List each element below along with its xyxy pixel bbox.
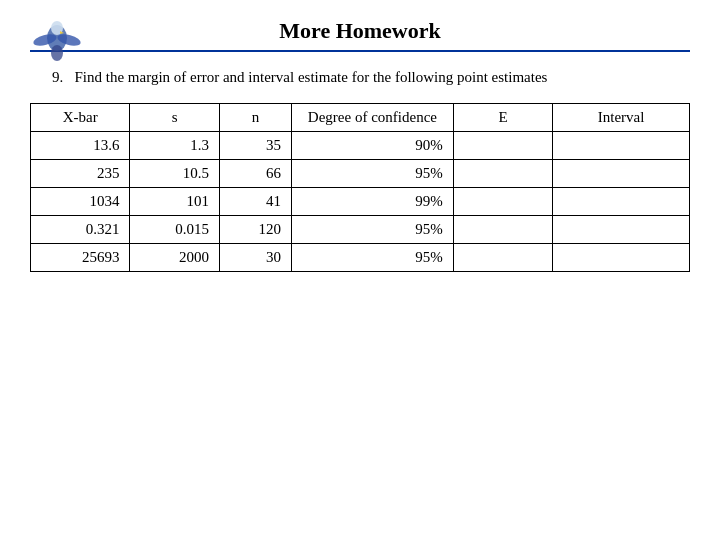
header: More Homework — [30, 18, 690, 44]
table-cell — [453, 131, 552, 159]
col-header-e: E — [453, 103, 552, 131]
col-header-interval: Interval — [553, 103, 690, 131]
data-table: X-bar s n Degree of confidence E Interva… — [30, 103, 690, 272]
table-cell — [553, 187, 690, 215]
table-cell: 35 — [219, 131, 291, 159]
logo-icon — [30, 18, 84, 72]
table-cell: 120 — [219, 215, 291, 243]
col-header-xbar: X-bar — [31, 103, 130, 131]
table-cell — [453, 187, 552, 215]
table-cell: 2000 — [130, 243, 220, 271]
table-cell: 235 — [31, 159, 130, 187]
page: More Homework 9. Find the margin of erro… — [0, 0, 720, 540]
table-cell: 95% — [292, 215, 454, 243]
col-header-s: s — [130, 103, 220, 131]
table-cell — [553, 159, 690, 187]
page-title: More Homework — [279, 18, 441, 44]
table-cell: 30 — [219, 243, 291, 271]
table-row: 10341014199% — [31, 187, 690, 215]
table-cell: 99% — [292, 187, 454, 215]
col-header-n: n — [219, 103, 291, 131]
table-cell: 13.6 — [31, 131, 130, 159]
table-cell: 25693 — [31, 243, 130, 271]
table-cell: 95% — [292, 243, 454, 271]
table-row: 23510.56695% — [31, 159, 690, 187]
table-cell — [553, 131, 690, 159]
table-cell: 1.3 — [130, 131, 220, 159]
table-cell — [453, 159, 552, 187]
table-cell: 41 — [219, 187, 291, 215]
table-row: 0.3210.01512095% — [31, 215, 690, 243]
table-cell: 0.321 — [31, 215, 130, 243]
table-cell: 0.015 — [130, 215, 220, 243]
header-divider — [30, 50, 690, 52]
svg-point-5 — [51, 45, 63, 61]
table-cell: 66 — [219, 159, 291, 187]
col-header-degree: Degree of confidence — [292, 103, 454, 131]
table-cell — [453, 243, 552, 271]
table-cell: 1034 — [31, 187, 130, 215]
table-header-row: X-bar s n Degree of confidence E Interva… — [31, 103, 690, 131]
table-cell: 95% — [292, 159, 454, 187]
table-cell: 90% — [292, 131, 454, 159]
table-cell — [553, 243, 690, 271]
question-body: Find the margin of error and interval es… — [75, 69, 548, 85]
table-cell — [553, 215, 690, 243]
question-text: 9. Find the margin of error and interval… — [52, 66, 690, 89]
table-row: 13.61.33590% — [31, 131, 690, 159]
table-cell: 10.5 — [130, 159, 220, 187]
table-cell — [453, 215, 552, 243]
table-row: 2569320003095% — [31, 243, 690, 271]
table-cell: 101 — [130, 187, 220, 215]
